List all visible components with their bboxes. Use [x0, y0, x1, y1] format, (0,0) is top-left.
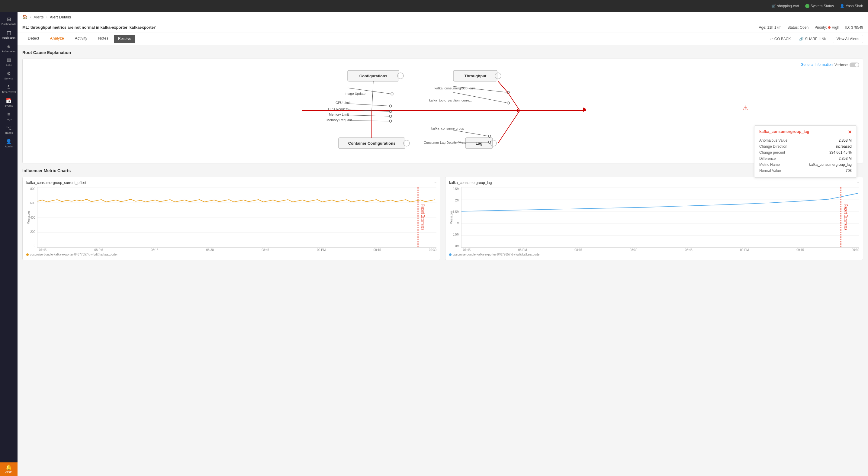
svg-text:Lag: Lag	[475, 141, 482, 146]
svg-text:Throughput: Throughput	[465, 74, 487, 78]
tab-notes[interactable]: Notes	[93, 33, 114, 45]
share-link-icon: 🔗	[799, 37, 804, 41]
alert-meta: Age: 11h 17m Status: Open Priority: High…	[759, 25, 863, 30]
sidebar-item-logs[interactable]: ≡ Logs	[0, 109, 18, 123]
root-cause-section-title: Root Cause Explanation	[22, 50, 863, 55]
breadcrumb: 🏠 › Alerts › Alert Details	[18, 12, 868, 22]
causality-graph: Configurations Throughput Container Conf…	[28, 64, 858, 157]
go-back-icon: ↩	[770, 37, 773, 41]
svg-marker-45	[583, 107, 586, 112]
breadcrumb-alerts-link[interactable]: Alerts	[33, 15, 43, 19]
root-cause-container: Verbose General Information Configuratio…	[22, 59, 863, 163]
influencer-section-title: Influencer Metric Charts	[22, 168, 863, 173]
popup-row-anomalous: Anomalous Value 2.353 M	[759, 137, 852, 144]
logs-icon: ≡	[7, 112, 10, 117]
verbose-switch[interactable]	[849, 63, 859, 67]
popup-title: kafka_consumergroup_lag ✕	[759, 129, 852, 135]
status-indicator-icon	[805, 4, 809, 8]
svg-line-34	[498, 81, 508, 92]
sidebar-item-timetravel[interactable]: ⏱ Time Travel	[0, 83, 18, 96]
tab-activity[interactable]: Activity	[69, 33, 93, 45]
user-nav[interactable]: 👤 Yash Shah	[840, 4, 863, 8]
chart2-title: kafka_consumergroup_lag −	[449, 181, 859, 185]
svg-line-44	[372, 81, 373, 110]
chart2-svg: Recent Occurrence	[462, 187, 859, 247]
service-icon: ⚙	[7, 71, 11, 76]
chart-card-1: kafka_consumergroup_current_offset − 800…	[22, 177, 440, 260]
svg-text:CPU Limit: CPU Limit	[336, 101, 351, 104]
chart2-minimize-button[interactable]: −	[857, 181, 859, 185]
chart1-y-label: Messages	[27, 211, 30, 224]
tab-detect[interactable]: Detect	[22, 33, 45, 45]
sidebar-item-admin[interactable]: 👤 Admin	[0, 137, 18, 150]
chart2-legend-dot	[449, 253, 452, 256]
tab-analyze[interactable]: Analyze	[45, 33, 69, 45]
sidebar-item-service[interactable]: ⚙ Service	[0, 69, 18, 83]
warning-icon: ⚠	[743, 104, 748, 112]
tabs-left: Detect Analyze Activity Notes Resolve	[22, 33, 135, 45]
main-content: 🏠 › Alerts › Alert Details ML: throughpu…	[18, 12, 868, 476]
alert-status: Status: Open	[787, 25, 808, 30]
breadcrumb-current: Alert Details	[50, 15, 71, 19]
shopping-cart-icon: 🛒	[771, 4, 776, 8]
dashboards-icon: ⊞	[7, 17, 11, 22]
alert-header: ML: throughput metrics are not normal in…	[18, 22, 868, 33]
home-icon[interactable]: 🏠	[22, 14, 28, 19]
sidebar-item-events[interactable]: 📅 Events	[0, 96, 18, 109]
verbose-toggle[interactable]: Verbose	[835, 63, 859, 67]
popup-row-metricname: Metric Name kafka_consumergroup_lag	[759, 162, 852, 168]
svg-text:Image Update: Image Update	[345, 92, 366, 95]
application-icon: ◫	[7, 31, 11, 35]
svg-line-16	[348, 104, 390, 106]
charts-row: kafka_consumergroup_current_offset − 800…	[22, 177, 863, 260]
view-all-alerts-button[interactable]: View All Alerts	[833, 35, 863, 43]
chart-card-2: kafka_consumergroup_lag − 2.5M 2M 1.5M 1…	[445, 177, 863, 260]
chart2-y-label: Messages	[450, 211, 453, 224]
svg-line-38	[453, 130, 489, 136]
chart1-svg: Recent Occurrence	[37, 187, 436, 247]
popup-close-button[interactable]: ✕	[848, 129, 852, 135]
svg-text:Configurations: Configurations	[360, 74, 387, 78]
share-link-button[interactable]: 🔗 SHARE LINK	[797, 35, 829, 43]
svg-text:Container Configurations: Container Configurations	[348, 141, 396, 146]
general-info-link[interactable]: General Information	[801, 63, 833, 67]
kubernetes-icon: ⎈	[7, 44, 10, 49]
popup-row-normalval: Normal Value 703	[759, 168, 852, 174]
svg-text:Consumer Lag Details (Me...: Consumer Lag Details (Me...	[424, 141, 466, 145]
svg-text:Recent Occurrence: Recent Occurrence	[843, 204, 849, 230]
chart1-title: kafka_consumergroup_current_offset −	[26, 181, 436, 185]
sidebar: ⊞ Dashboards ◫ Application ⎈ kubernetes …	[0, 12, 18, 476]
svg-line-22	[348, 115, 390, 116]
svg-line-35	[508, 92, 520, 110]
svg-text:Memory Limit: Memory Limit	[329, 113, 349, 116]
events-icon: 📅	[6, 98, 12, 103]
alert-age: Age: 11h 17m	[759, 25, 781, 30]
go-back-button[interactable]: ↩ GO BACK	[768, 35, 794, 43]
sidebar-item-ecs[interactable]: ▤ ECS	[0, 55, 18, 69]
chart1-footer: opscruise-bundle-kafka-exporter-84877657…	[26, 253, 436, 256]
timetravel-icon: ⏱	[6, 85, 11, 90]
sidebar-item-alerts[interactable]: 🔔 Alerts	[0, 463, 18, 476]
content-area: Root Cause Explanation Verbose General I…	[18, 45, 868, 265]
svg-line-25	[348, 121, 390, 121]
tabs-right: ↩ GO BACK 🔗 SHARE LINK View All Alerts	[768, 35, 863, 43]
alerts-icon: 🔔	[6, 465, 12, 470]
svg-line-36	[498, 110, 520, 143]
system-status-nav[interactable]: System Status	[805, 4, 834, 8]
chart1-minimize-button[interactable]: −	[434, 181, 436, 185]
sidebar-item-kubernetes[interactable]: ⎈ kubernetes	[0, 42, 18, 55]
tab-resolve[interactable]: Resolve	[114, 35, 135, 43]
popup-row-difference: Difference 2.353 M	[759, 156, 852, 162]
svg-text:CPU Request: CPU Request	[328, 107, 348, 111]
alert-title: ML: throughput metrics are not normal in…	[22, 25, 156, 30]
svg-text:Recent Occurrence: Recent Occurrence	[420, 204, 426, 230]
influencer-section: Influencer Metric Charts kafka_consumerg…	[22, 168, 863, 260]
sidebar-item-dashboards[interactable]: ⊞ Dashboards	[0, 14, 18, 28]
sidebar-item-traces[interactable]: ⌥ Traces	[0, 123, 18, 137]
user-icon: 👤	[840, 4, 844, 8]
shopping-cart-nav[interactable]: 🛒 shopping-cart	[771, 4, 799, 8]
tabs-bar: Detect Analyze Activity Notes Resolve ↩ …	[18, 33, 868, 45]
sidebar-item-application[interactable]: ◫ Application	[0, 28, 18, 42]
ecs-icon: ▤	[7, 58, 11, 63]
priority-dot-icon	[828, 26, 831, 29]
